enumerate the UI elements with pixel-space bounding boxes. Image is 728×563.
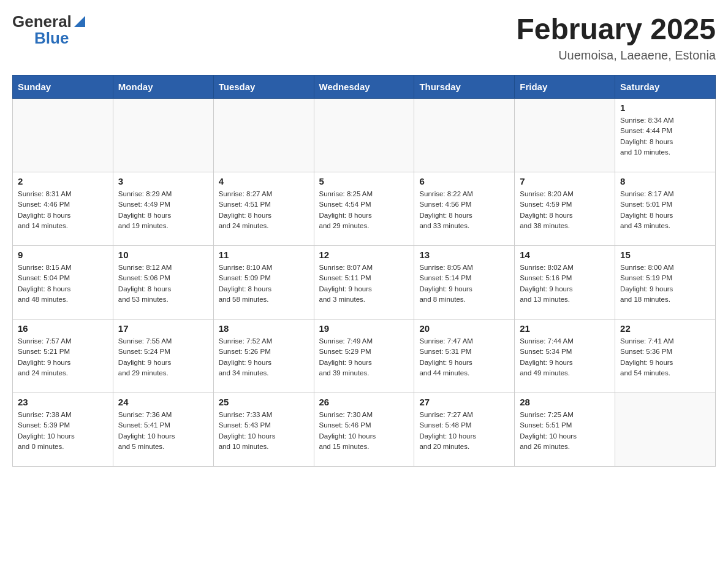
header-wednesday: Wednesday	[314, 75, 414, 99]
calendar-cell: 17Sunrise: 7:55 AMSunset: 5:24 PMDayligh…	[113, 320, 213, 393]
logo-blue-text: Blue	[34, 29, 69, 48]
calendar-subtitle: Uuemoisa, Laeaene, Estonia	[516, 48, 716, 63]
calendar-cell: 28Sunrise: 7:25 AMSunset: 5:51 PMDayligh…	[515, 393, 615, 467]
calendar-cell	[213, 99, 314, 172]
day-info: Sunrise: 7:30 AMSunset: 5:46 PMDaylight:…	[319, 410, 409, 452]
day-info: Sunrise: 8:05 AMSunset: 5:14 PMDaylight:…	[419, 262, 509, 305]
calendar-cell: 7Sunrise: 8:20 AMSunset: 4:59 PMDaylight…	[515, 172, 615, 246]
header-friday: Friday	[515, 75, 615, 99]
day-info: Sunrise: 8:10 AMSunset: 5:09 PMDaylight:…	[219, 262, 309, 305]
day-info: Sunrise: 8:22 AMSunset: 4:56 PMDaylight:…	[419, 189, 509, 231]
day-info: Sunrise: 7:27 AMSunset: 5:48 PMDaylight:…	[419, 410, 509, 452]
day-info: Sunrise: 7:44 AMSunset: 5:34 PMDaylight:…	[520, 336, 610, 378]
calendar-table: Sunday Monday Tuesday Wednesday Thursday…	[12, 75, 716, 467]
day-number: 27	[419, 397, 509, 407]
day-number: 22	[620, 323, 710, 334]
calendar-cell	[314, 99, 414, 172]
weekday-header-row: Sunday Monday Tuesday Wednesday Thursday…	[13, 75, 716, 99]
day-info: Sunrise: 7:38 AMSunset: 5:39 PMDaylight:…	[18, 410, 108, 452]
calendar-cell	[615, 393, 716, 467]
calendar-week-row: 9Sunrise: 8:15 AMSunset: 5:04 PMDaylight…	[13, 246, 716, 320]
calendar-cell: 20Sunrise: 7:47 AMSunset: 5:31 PMDayligh…	[414, 320, 515, 393]
calendar-cell: 15Sunrise: 8:00 AMSunset: 5:19 PMDayligh…	[615, 246, 716, 320]
svg-marker-0	[74, 16, 85, 27]
logo: General Blue	[12, 12, 85, 48]
day-info: Sunrise: 7:55 AMSunset: 5:24 PMDaylight:…	[118, 336, 208, 378]
day-number: 21	[520, 323, 610, 334]
day-info: Sunrise: 8:17 AMSunset: 5:01 PMDaylight:…	[620, 189, 710, 231]
calendar-cell: 13Sunrise: 8:05 AMSunset: 5:14 PMDayligh…	[414, 246, 515, 320]
day-info: Sunrise: 7:52 AMSunset: 5:26 PMDaylight:…	[219, 336, 309, 378]
calendar-cell	[113, 99, 213, 172]
day-number: 11	[219, 250, 309, 260]
day-info: Sunrise: 7:25 AMSunset: 5:51 PMDaylight:…	[520, 410, 610, 452]
day-info: Sunrise: 8:20 AMSunset: 4:59 PMDaylight:…	[520, 189, 610, 231]
calendar-week-row: 16Sunrise: 7:57 AMSunset: 5:21 PMDayligh…	[13, 320, 716, 393]
day-number: 4	[219, 176, 309, 186]
calendar-header: Sunday Monday Tuesday Wednesday Thursday…	[13, 75, 716, 99]
day-number: 7	[520, 176, 610, 186]
day-number: 17	[118, 323, 208, 334]
header-sunday: Sunday	[13, 75, 113, 99]
day-number: 5	[319, 176, 409, 186]
day-number: 10	[118, 250, 208, 260]
calendar-cell: 6Sunrise: 8:22 AMSunset: 4:56 PMDaylight…	[414, 172, 515, 246]
day-info: Sunrise: 8:00 AMSunset: 5:19 PMDaylight:…	[620, 262, 710, 305]
calendar-cell: 27Sunrise: 7:27 AMSunset: 5:48 PMDayligh…	[414, 393, 515, 467]
title-section: February 2025 Uuemoisa, Laeaene, Estonia	[516, 12, 716, 63]
day-number: 2	[18, 176, 108, 186]
calendar-cell: 25Sunrise: 7:33 AMSunset: 5:43 PMDayligh…	[213, 393, 314, 467]
calendar-cell: 21Sunrise: 7:44 AMSunset: 5:34 PMDayligh…	[515, 320, 615, 393]
day-number: 25	[219, 397, 309, 407]
day-info: Sunrise: 7:57 AMSunset: 5:21 PMDaylight:…	[18, 336, 108, 378]
day-info: Sunrise: 8:07 AMSunset: 5:11 PMDaylight:…	[319, 262, 409, 305]
calendar-cell: 24Sunrise: 7:36 AMSunset: 5:41 PMDayligh…	[113, 393, 213, 467]
calendar-cell: 23Sunrise: 7:38 AMSunset: 5:39 PMDayligh…	[13, 393, 113, 467]
calendar-cell: 5Sunrise: 8:25 AMSunset: 4:54 PMDaylight…	[314, 172, 414, 246]
day-info: Sunrise: 7:47 AMSunset: 5:31 PMDaylight:…	[419, 336, 509, 378]
calendar-cell: 14Sunrise: 8:02 AMSunset: 5:16 PMDayligh…	[515, 246, 615, 320]
calendar-week-row: 23Sunrise: 7:38 AMSunset: 5:39 PMDayligh…	[13, 393, 716, 467]
day-info: Sunrise: 7:36 AMSunset: 5:41 PMDaylight:…	[118, 410, 208, 452]
logo-triangle-icon	[74, 16, 85, 29]
day-info: Sunrise: 8:02 AMSunset: 5:16 PMDaylight:…	[520, 262, 610, 305]
day-number: 28	[520, 397, 610, 407]
calendar-cell: 19Sunrise: 7:49 AMSunset: 5:29 PMDayligh…	[314, 320, 414, 393]
day-number: 18	[219, 323, 309, 334]
header-saturday: Saturday	[615, 75, 716, 99]
day-info: Sunrise: 8:31 AMSunset: 4:46 PMDaylight:…	[18, 189, 108, 231]
calendar-cell	[13, 99, 113, 172]
header-monday: Monday	[113, 75, 213, 99]
day-number: 8	[620, 176, 710, 186]
day-number: 26	[319, 397, 409, 407]
day-number: 12	[319, 250, 409, 260]
day-number: 13	[419, 250, 509, 260]
calendar-body: 1Sunrise: 8:34 AMSunset: 4:44 PMDaylight…	[13, 99, 716, 467]
calendar-cell: 1Sunrise: 8:34 AMSunset: 4:44 PMDaylight…	[615, 99, 716, 172]
calendar-cell: 22Sunrise: 7:41 AMSunset: 5:36 PMDayligh…	[615, 320, 716, 393]
day-number: 3	[118, 176, 208, 186]
day-number: 19	[319, 323, 409, 334]
calendar-cell: 26Sunrise: 7:30 AMSunset: 5:46 PMDayligh…	[314, 393, 414, 467]
day-info: Sunrise: 8:12 AMSunset: 5:06 PMDaylight:…	[118, 262, 208, 305]
page-header: General Blue February 2025 Uuemoisa, Lae…	[12, 12, 716, 63]
day-number: 24	[118, 397, 208, 407]
day-info: Sunrise: 8:25 AMSunset: 4:54 PMDaylight:…	[319, 189, 409, 231]
day-number: 15	[620, 250, 710, 260]
calendar-cell: 8Sunrise: 8:17 AMSunset: 5:01 PMDaylight…	[615, 172, 716, 246]
header-tuesday: Tuesday	[213, 75, 314, 99]
calendar-week-row: 2Sunrise: 8:31 AMSunset: 4:46 PMDaylight…	[13, 172, 716, 246]
day-number: 16	[18, 323, 108, 334]
calendar-cell: 11Sunrise: 8:10 AMSunset: 5:09 PMDayligh…	[213, 246, 314, 320]
calendar-cell: 9Sunrise: 8:15 AMSunset: 5:04 PMDaylight…	[13, 246, 113, 320]
calendar-cell	[515, 99, 615, 172]
calendar-week-row: 1Sunrise: 8:34 AMSunset: 4:44 PMDaylight…	[13, 99, 716, 172]
day-info: Sunrise: 7:49 AMSunset: 5:29 PMDaylight:…	[319, 336, 409, 378]
day-number: 6	[419, 176, 509, 186]
day-info: Sunrise: 7:41 AMSunset: 5:36 PMDaylight:…	[620, 336, 710, 378]
day-info: Sunrise: 8:34 AMSunset: 4:44 PMDaylight:…	[620, 115, 710, 158]
calendar-cell: 2Sunrise: 8:31 AMSunset: 4:46 PMDaylight…	[13, 172, 113, 246]
day-info: Sunrise: 7:33 AMSunset: 5:43 PMDaylight:…	[219, 410, 309, 452]
calendar-cell: 3Sunrise: 8:29 AMSunset: 4:49 PMDaylight…	[113, 172, 213, 246]
day-number: 23	[18, 397, 108, 407]
